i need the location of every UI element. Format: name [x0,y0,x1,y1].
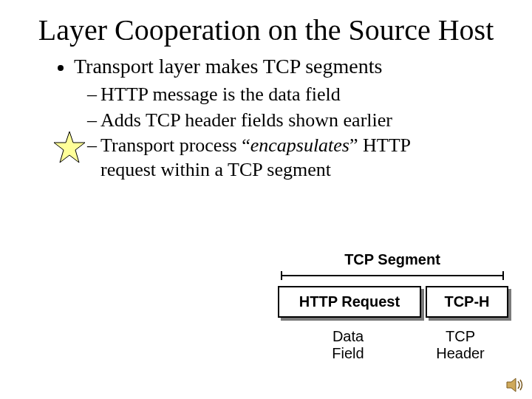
bullet-text: Transport layer makes TCP segments [74,55,382,78]
segment-label: TCP Segment [278,251,507,268]
sub-bullet-list: – HTTP message is the data field – Adds … [87,83,532,182]
dash-icon: – [87,134,100,158]
sub-bullet-text: Adds TCP header fields shown earlier [100,109,392,133]
sub-bullet-item: – Transport process “encapsulates” HTTP … [87,134,532,182]
sub-bullet-item: – HTTP message is the data field [87,83,532,107]
tcp-header-label: TCP Header [418,328,502,362]
sub-bullet-text: HTTP message is the data field [100,83,341,107]
sub-bullet-text: Transport process “encapsulates” HTTP re… [100,134,440,182]
data-field-label: Data Field [278,328,418,362]
tcp-header-box: TCP-H [426,286,508,318]
svg-marker-0 [54,132,85,163]
span-bracket-icon [278,271,507,280]
tcp-segment-diagram: TCP Segment HTTP Request TCP-H Data Fiel… [278,251,507,362]
sub-bullet-item: – Adds TCP header fields shown earlier [87,109,532,133]
bullet-dot-icon [58,65,64,71]
star-icon [52,130,87,166]
dash-icon: – [87,83,100,107]
slide-title: Layer Cooperation on the Source Host [30,13,502,47]
bullet-item: Transport layer makes TCP segments [58,55,532,78]
speaker-icon[interactable] [505,377,525,393]
http-request-box: HTTP Request [278,286,421,318]
svg-marker-1 [507,378,516,392]
dash-icon: – [87,109,100,133]
